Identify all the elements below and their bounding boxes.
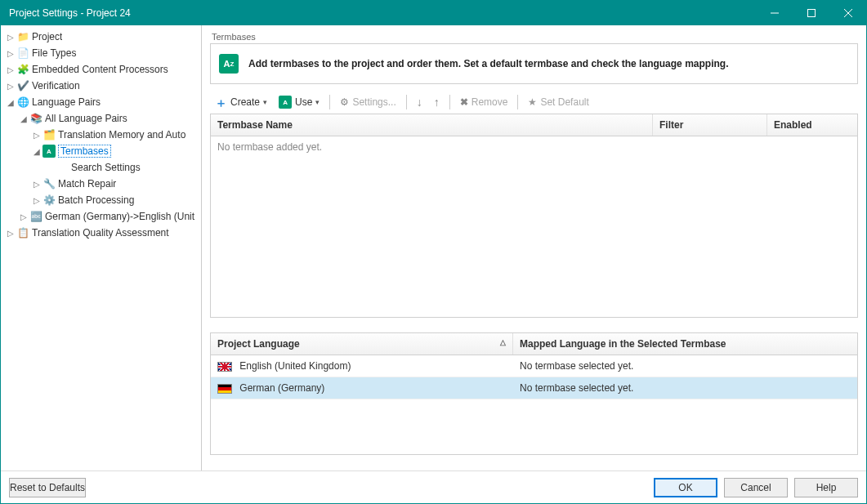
table-header: Project Language △ Mapped Language in th… bbox=[211, 333, 857, 355]
svg-rect-1 bbox=[807, 10, 815, 17]
batch-icon: ⚙️ bbox=[42, 194, 56, 207]
table-row[interactable]: English (United Kingdom) No termbase sel… bbox=[211, 355, 857, 377]
tqa-icon: 📋 bbox=[16, 226, 29, 239]
chevron-right-icon[interactable]: ▷ bbox=[32, 180, 42, 189]
col-termbase-name[interactable]: Termbase Name bbox=[211, 114, 653, 136]
termbase-table[interactable]: Termbase Name Filter Enabled No termbase… bbox=[210, 114, 858, 318]
description-text: Add termbases to the project and order t… bbox=[248, 58, 728, 69]
chevron-right-icon[interactable]: ▷ bbox=[32, 196, 42, 205]
termbase-toolbar: ＋ Create ▾ A Use ▾ ⚙ Settings... ↓ ↑ bbox=[210, 92, 858, 114]
minimize-icon bbox=[771, 9, 779, 17]
col-mapped-language[interactable]: Mapped Language in the Selected Termbase bbox=[513, 333, 857, 355]
table-header: Termbase Name Filter Enabled bbox=[211, 114, 857, 136]
tree-item-tqa[interactable]: ▷ 📋 Translation Quality Assessment bbox=[2, 225, 199, 241]
termbase-icon: A bbox=[279, 96, 292, 109]
set-default-label: Set Default bbox=[540, 96, 588, 108]
close-button[interactable] bbox=[829, 1, 866, 25]
chevron-right-icon[interactable]: ▷ bbox=[6, 49, 16, 58]
lang-pair-icon: 🔤 bbox=[29, 210, 42, 223]
cell-project-lang: English (United Kingdom) bbox=[211, 355, 513, 377]
remove-button: ✖ Remove bbox=[455, 95, 513, 109]
chevron-down-icon[interactable]: ◢ bbox=[6, 98, 16, 107]
separator bbox=[449, 95, 450, 109]
tree-item-all-language-pairs[interactable]: ◢ 📚 All Language Pairs bbox=[2, 110, 199, 127]
maximize-button[interactable] bbox=[793, 1, 829, 25]
tm-icon: 🗂️ bbox=[42, 128, 56, 141]
create-button[interactable]: ＋ Create ▾ bbox=[210, 95, 272, 110]
close-icon bbox=[844, 9, 852, 17]
chevron-down-icon[interactable]: ◢ bbox=[19, 114, 29, 123]
file-types-icon: 📄 bbox=[16, 47, 29, 60]
tree-label: File Types bbox=[32, 47, 76, 59]
cancel-button[interactable]: Cancel bbox=[724, 478, 788, 497]
chevron-right-icon[interactable]: ▷ bbox=[6, 229, 16, 238]
col-filter[interactable]: Filter bbox=[653, 114, 767, 136]
tree-label: Batch Processing bbox=[58, 194, 134, 206]
tree-item-language-pairs[interactable]: ◢ 🌐 Language Pairs bbox=[2, 94, 199, 110]
empty-message: No termbase added yet. bbox=[211, 136, 857, 158]
x-icon: ✖ bbox=[460, 96, 468, 108]
tree-label: Project bbox=[32, 31, 62, 42]
language-pairs-icon: 🌐 bbox=[16, 96, 29, 109]
separator bbox=[329, 95, 330, 109]
chevron-right-icon[interactable]: ▷ bbox=[6, 33, 16, 42]
plus-icon: ＋ bbox=[215, 96, 227, 109]
all-lang-icon: 📚 bbox=[29, 112, 42, 125]
tree-label: Translation Memory and Auto bbox=[58, 129, 185, 140]
move-down-button: ↓ bbox=[412, 94, 427, 110]
help-button[interactable]: Help bbox=[794, 478, 858, 497]
tree-item-tm-auto[interactable]: ▷ 🗂️ Translation Memory and Auto bbox=[2, 127, 199, 143]
col-enabled[interactable]: Enabled bbox=[767, 114, 857, 136]
set-default-button: ★ Set Default bbox=[523, 95, 593, 109]
window-title: Project Settings - Project 24 bbox=[9, 7, 756, 19]
tree-label: Verification bbox=[32, 80, 80, 91]
titlebar: Project Settings - Project 24 bbox=[1, 1, 866, 25]
reset-defaults-button[interactable]: Reset to Defaults bbox=[9, 478, 86, 497]
dialog-footer: Reset to Defaults OK Cancel Help bbox=[1, 471, 866, 503]
cell-project-lang: German (Germany) bbox=[211, 377, 513, 399]
settings-tree[interactable]: ▷ 📁 Project ▷ 📄 File Types ▷ 🧩 Embedded … bbox=[1, 25, 202, 471]
description-box: AZ Add termbases to the project and orde… bbox=[210, 43, 858, 84]
tree-item-termbases[interactable]: ◢ A Termbases bbox=[2, 143, 199, 159]
settings-label: Settings... bbox=[352, 96, 396, 108]
flag-de-icon bbox=[217, 384, 232, 394]
section-title: Termbases bbox=[210, 32, 858, 42]
language-mapping-table[interactable]: Project Language △ Mapped Language in th… bbox=[210, 332, 858, 455]
chevron-right-icon[interactable]: ▷ bbox=[32, 131, 42, 140]
arrow-down-icon: ↓ bbox=[417, 96, 422, 109]
col-project-language[interactable]: Project Language △ bbox=[211, 333, 513, 355]
separator bbox=[406, 95, 407, 109]
tree-label: Match Repair bbox=[58, 178, 116, 190]
sort-asc-icon: △ bbox=[500, 338, 506, 346]
tree-item-german-english[interactable]: ▷ 🔤 German (Germany)->English (Unit bbox=[2, 208, 199, 225]
tree-label: Termbases bbox=[58, 145, 111, 158]
termbase-icon: A bbox=[42, 145, 56, 158]
tree-item-search-settings[interactable]: Search Settings bbox=[2, 159, 199, 176]
chevron-down-icon: ▾ bbox=[263, 98, 267, 106]
tree-label: Translation Quality Assessment bbox=[32, 227, 169, 239]
use-button[interactable]: A Use ▾ bbox=[274, 94, 324, 110]
separator bbox=[517, 95, 518, 109]
tree-item-match-repair[interactable]: ▷ 🔧 Match Repair bbox=[2, 176, 199, 192]
chevron-right-icon[interactable]: ▷ bbox=[6, 65, 16, 74]
chevron-right-icon[interactable]: ▷ bbox=[6, 82, 16, 91]
table-row[interactable]: German (Germany) No termbase selected ye… bbox=[211, 377, 857, 399]
tree-item-project[interactable]: ▷ 📁 Project bbox=[2, 29, 199, 45]
chevron-down-icon[interactable]: ◢ bbox=[32, 147, 42, 156]
settings-button: ⚙ Settings... bbox=[335, 95, 400, 109]
minimize-button[interactable] bbox=[756, 1, 793, 25]
termbase-large-icon: AZ bbox=[219, 54, 239, 74]
tree-item-file-types[interactable]: ▷ 📄 File Types bbox=[2, 45, 199, 61]
tree-item-batch-processing[interactable]: ▷ ⚙️ Batch Processing bbox=[2, 192, 199, 208]
tree-label: Language Pairs bbox=[32, 96, 101, 108]
cell-mapped-lang: No termbase selected yet. bbox=[513, 377, 857, 399]
ok-button[interactable]: OK bbox=[654, 478, 717, 497]
tree-label: Search Settings bbox=[71, 162, 141, 173]
tree-item-verification[interactable]: ▷ ✔️ Verification bbox=[2, 78, 199, 94]
embedded-icon: 🧩 bbox=[16, 63, 29, 76]
verification-icon: ✔️ bbox=[16, 79, 29, 92]
arrow-up-icon: ↑ bbox=[434, 96, 440, 109]
tree-item-embedded[interactable]: ▷ 🧩 Embedded Content Processors bbox=[2, 61, 199, 78]
chevron-right-icon[interactable]: ▷ bbox=[19, 212, 29, 221]
chevron-down-icon: ▾ bbox=[315, 98, 320, 106]
